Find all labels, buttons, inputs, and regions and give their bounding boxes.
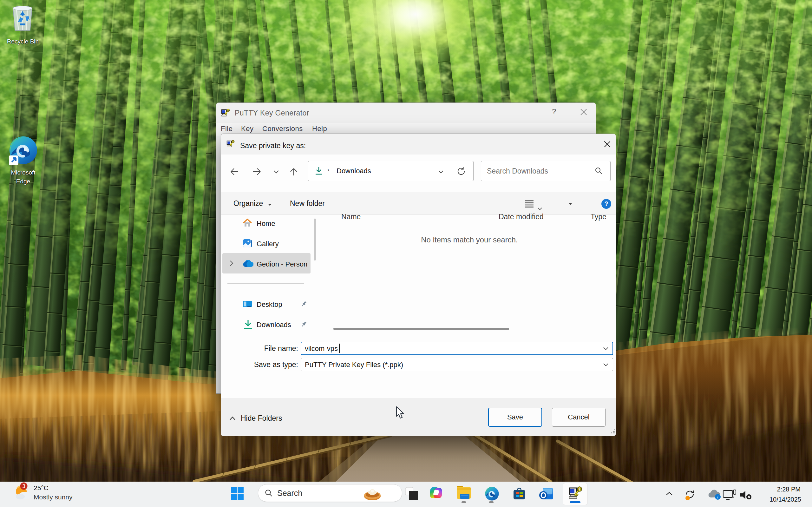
svg-text:i: i	[717, 495, 719, 499]
svg-text:3: 3	[22, 484, 25, 489]
